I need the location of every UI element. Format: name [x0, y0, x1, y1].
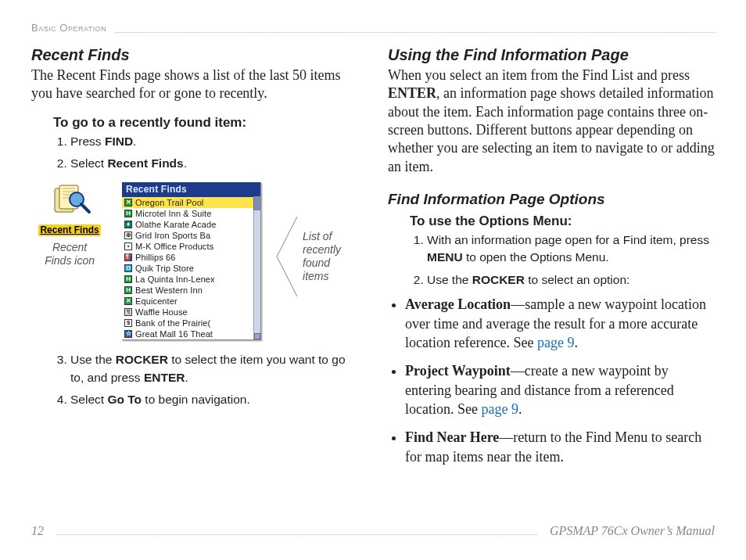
paragraph: When you select an item from the Find Li…	[388, 66, 715, 176]
page-number: 12	[31, 523, 44, 540]
category-icon: H	[124, 275, 132, 283]
scroll-down-icon	[254, 333, 260, 339]
step: Use the ROCKER to select the item you wa…	[70, 351, 358, 386]
category-icon: ☆	[124, 330, 132, 338]
list-item-label: Oregon Trail Pool	[135, 197, 203, 208]
category-icon: $	[124, 319, 132, 327]
list-item: DQuik Trip Store	[122, 263, 260, 274]
list-item: ⛽Phillips 66	[122, 252, 260, 263]
bullet-list: Average Location—sample a new waypoint l…	[388, 295, 715, 465]
category-icon: ♦	[124, 221, 132, 228]
list-item: ⊕Grid Iron Sports Ba	[122, 230, 260, 241]
category-icon	[124, 242, 132, 250]
step: Select Recent Finds.	[70, 155, 358, 172]
task-title: To go to a recently found item:	[53, 114, 358, 131]
recent-finds-icon	[45, 182, 94, 220]
list-item-label: Olathe Karate Acade	[135, 219, 216, 230]
list-item: HMicrotel Inn & Suite	[122, 208, 260, 219]
list-item: ☆Great Mall 16 Theat	[122, 328, 260, 339]
running-header: Basic Operation	[31, 22, 715, 35]
intro-paragraph: The Recent Finds page shows a list of th…	[31, 66, 358, 103]
list-item-label: Waffle House	[135, 307, 188, 318]
category-icon: ⊕	[124, 232, 132, 239]
heading-recent-finds: Recent Finds	[31, 45, 358, 65]
task-block: To go to a recently found item: Press FI…	[53, 114, 358, 173]
step: Select Go To to begin navigation.	[70, 391, 358, 408]
list-item-label: Microtel Inn & Suite	[135, 208, 211, 219]
page-link[interactable]: page 9	[481, 401, 518, 417]
section-label: Basic Operation	[31, 22, 106, 35]
task-block: To use the Options Menu: With an informa…	[410, 213, 715, 289]
category-icon: D	[124, 264, 132, 272]
list-item: HLa Quinta Inn-Lenex	[122, 274, 260, 285]
category-icon: ⛽	[124, 253, 132, 261]
list-item-label: Great Mall 16 Theat	[135, 328, 213, 339]
list-item-label: Phillips 66	[135, 252, 175, 263]
bullet: Find Near Here—return to the Find Menu t…	[405, 428, 715, 466]
list-item-label: Best Western Inn	[135, 285, 203, 296]
list-item: ¶Waffle House	[122, 307, 260, 318]
step: Use the ROCKER to select an option:	[427, 271, 715, 289]
step: With an information page open for a Find…	[427, 232, 715, 267]
recent-finds-window: Recent Finds ✕Oregon Trail PoolHMicrotel…	[122, 182, 261, 341]
manual-title: GPSMAP 76Cx Owner’s Manual	[550, 523, 715, 540]
icon-column: Recent Finds Recent Finds icon	[31, 182, 108, 267]
category-icon: H	[124, 210, 132, 217]
scroll-thumb	[253, 196, 260, 210]
task-block-cont: Use the ROCKER to select the item you wa…	[53, 351, 358, 408]
list-item-label: Bank of the Prairie(	[135, 318, 210, 328]
category-icon: ✕	[124, 297, 132, 305]
footer-rule	[56, 534, 537, 535]
bullet: Project Waypoint—create a new waypoint b…	[405, 361, 715, 418]
list-item-label: Quik Trip Store	[135, 263, 194, 274]
window-title: Recent Finds	[122, 182, 260, 198]
steps-list-b: Use the ROCKER to select the item you wa…	[53, 351, 358, 408]
list-item: ✕Oregon Trail Pool	[122, 197, 260, 208]
callout: List of recently found items	[274, 214, 358, 300]
heading-using-find-info: Using the Find Information Page	[388, 45, 715, 65]
list-item-label: Equicenter	[135, 296, 178, 307]
bullet: Average Location—sample a new waypoint l…	[405, 295, 715, 352]
list-item: HBest Western Inn	[122, 285, 260, 296]
list-item-label: Grid Iron Sports Ba	[135, 230, 210, 241]
scrollbar	[253, 196, 260, 340]
category-icon: H	[124, 286, 132, 294]
list-item: $Bank of the Prairie(	[122, 318, 260, 328]
header-rule	[116, 32, 715, 33]
category-icon: ¶	[124, 308, 132, 316]
task-title: To use the Options Menu:	[410, 213, 715, 230]
list-item: ✕Equicenter	[122, 296, 260, 307]
heading-options: Find Information Page Options	[388, 190, 715, 210]
list-item-label: M-K Office Products	[135, 241, 213, 252]
icon-caption: Recent Finds icon	[31, 241, 108, 267]
callout-bracket-icon	[274, 214, 299, 300]
svg-line-3	[81, 204, 89, 212]
steps-list: With an information page open for a Find…	[410, 232, 715, 289]
two-column-layout: Recent Finds The Recent Finds page shows…	[31, 45, 715, 476]
list-item-label: La Quinta Inn-Lenex	[135, 274, 215, 285]
steps-list-a: Press FIND. Select Recent Finds.	[53, 133, 358, 173]
list-item: M-K Office Products	[122, 241, 260, 252]
footer: 12 GPSMAP 76Cx Owner’s Manual	[31, 523, 715, 540]
step: Press FIND.	[70, 133, 358, 150]
left-column: Recent Finds The Recent Finds page shows…	[31, 45, 358, 476]
recent-finds-list: ✕Oregon Trail PoolHMicrotel Inn & Suite♦…	[122, 197, 260, 339]
callout-text: List of recently found items	[303, 230, 358, 282]
right-column: Using the Find Information Page When you…	[388, 45, 715, 476]
icon-label: Recent Finds	[38, 224, 100, 237]
figure: Recent Finds Recent Finds icon Recent Fi…	[31, 182, 358, 341]
list-item: ♦Olathe Karate Acade	[122, 219, 260, 230]
category-icon: ✕	[124, 199, 132, 206]
page-link[interactable]: page 9	[537, 335, 574, 350]
